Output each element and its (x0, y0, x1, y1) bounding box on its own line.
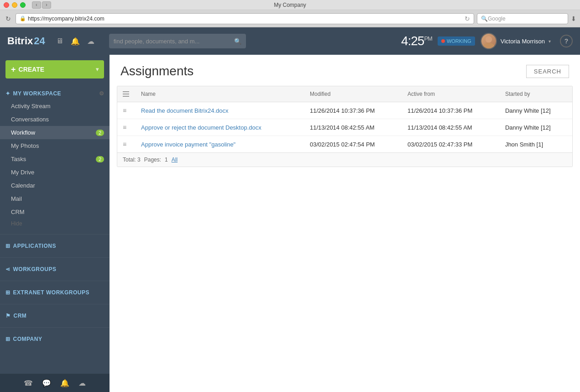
search-input[interactable] (114, 38, 230, 45)
company-section: ⊞ COMPANY (0, 329, 110, 349)
maximize-button[interactable] (20, 2, 26, 8)
sidebar-item-my-photos[interactable]: My Photos (0, 139, 110, 152)
divider-5 (0, 327, 110, 328)
search-icon: 🔍 (234, 38, 241, 45)
sidebar-item-mail[interactable]: Mail (0, 192, 110, 205)
back-button[interactable]: ‹ (32, 1, 41, 9)
crm-label: CRM (11, 209, 25, 215)
content-area: Assignments SEARCH Name (110, 55, 580, 392)
crm-section-header[interactable]: ⚑ CRM (0, 310, 110, 322)
sidebar-item-workflow[interactable]: Workflow 2 (0, 126, 110, 139)
time-section: 4:25PM WORKING Victoria Morrison ▾ ? (401, 33, 573, 49)
extranet-label: EXTRANET WORKGROUPS (13, 289, 90, 296)
applications-header[interactable]: ⊞ APPLICATIONS (0, 240, 110, 252)
window-title: My Company (274, 2, 306, 8)
crm-section: ⚑ CRM (0, 306, 110, 325)
workgroups-header[interactable]: ⋖ WORKGROUPS (0, 263, 110, 275)
footer-all-link[interactable]: All (172, 157, 178, 163)
workgroups-icon: ⋖ (5, 266, 10, 272)
row-name-link[interactable]: Read the document Bitrix24.docx (141, 107, 229, 114)
chat-icon[interactable]: 💬 (42, 379, 51, 387)
logo-24: 24 (34, 35, 45, 47)
phone-icon[interactable]: ☎ (24, 379, 33, 387)
working-label: WORKING (447, 38, 471, 44)
workspace-settings-icon[interactable]: ⚙ (99, 90, 105, 97)
table-row: ≡ Approve or reject the document Desktop… (117, 119, 572, 136)
logo: Bitrix 24 (7, 35, 45, 47)
company-icon: ⊞ (5, 336, 10, 342)
sidebar-item-crm[interactable]: CRM (0, 205, 110, 219)
global-search[interactable]: 🔍 (109, 34, 246, 48)
row-active-from: 11/26/2014 10:37:36 PM (402, 102, 500, 119)
browser-search[interactable]: 🔍 Google (477, 13, 568, 24)
sidebar-spacer (0, 349, 110, 374)
help-button[interactable]: ? (560, 35, 573, 47)
applications-icon: ⊞ (5, 243, 10, 249)
sidebar-item-calendar[interactable]: Calendar (0, 179, 110, 192)
row-menu-icon[interactable]: ≡ (123, 107, 126, 114)
notification-icon[interactable]: 🔔 (60, 379, 69, 387)
cloud-storage-icon[interactable]: ☁ (78, 379, 86, 387)
calendar-label: Calendar (11, 182, 35, 189)
bottom-bar: ☎ 💬 🔔 ☁ (0, 374, 110, 392)
user-section[interactable]: Victoria Morrison ▾ (481, 33, 551, 49)
tasks-label: Tasks (11, 156, 26, 162)
col-modified[interactable]: Modified (304, 86, 402, 102)
app-header: Bitrix 24 🖥 🔔 ☁ 🔍 4:25PM WORKING (0, 27, 580, 55)
row-name-link[interactable]: Approve invoice payment "gasoline" (141, 141, 235, 148)
sidebar-item-my-drive[interactable]: My Drive (0, 166, 110, 179)
working-badge[interactable]: WORKING (438, 37, 475, 46)
my-workspace-icon: ✦ (5, 90, 10, 97)
download-icon[interactable]: ⬇ (571, 15, 576, 22)
col-active-from[interactable]: Active from (402, 86, 500, 102)
row-started-by: Jhon Smith [1] (500, 136, 572, 153)
search-label: Google (488, 16, 506, 22)
monitor-icon[interactable]: 🖥 (56, 37, 63, 46)
cloud-icon[interactable]: ☁ (87, 37, 94, 46)
row-name-link[interactable]: Approve or reject the document Desktop.d… (141, 124, 261, 131)
sidebar-item-tasks[interactable]: Tasks 2 (0, 152, 110, 166)
reload-button[interactable]: ↻ (4, 15, 13, 22)
col-started-by-label: Started by (505, 91, 530, 97)
create-label: CREATE (19, 66, 45, 73)
company-label: COMPANY (13, 336, 42, 342)
minimize-button[interactable] (12, 2, 17, 8)
sidebar-item-conversations[interactable]: Conversations (0, 113, 110, 126)
mail-label: Mail (11, 195, 22, 202)
table-header-row: Name Modified Active from Started by (117, 86, 572, 102)
divider-1 (0, 234, 110, 235)
workgroups-section: ⋖ WORKGROUPS (0, 260, 110, 279)
extranet-header[interactable]: ⊞ EXTRANET WORKGROUPS (0, 287, 110, 298)
user-name: Victoria Morrison (501, 38, 545, 45)
company-header[interactable]: ⊞ COMPANY (0, 333, 110, 345)
crm-section-icon: ⚑ (5, 313, 11, 319)
col-started-by[interactable]: Started by (500, 86, 572, 102)
sort-icon[interactable] (123, 91, 130, 97)
create-button[interactable]: + CREATE ▾ (5, 60, 104, 78)
assignments-table: Name Modified Active from Started by (117, 86, 572, 152)
time-value: 4:25 (401, 34, 424, 48)
divider-2 (0, 257, 110, 258)
row-started-by: Danny White [12] (500, 102, 572, 119)
row-menu-icon[interactable]: ≡ (123, 124, 126, 131)
workflow-label: Workflow (11, 129, 35, 136)
create-arrow-icon: ▾ (96, 66, 99, 73)
hide-link[interactable]: Hide (0, 219, 110, 229)
footer-page-num: 1 (165, 157, 168, 163)
forward-button[interactable]: › (42, 1, 51, 9)
col-name-label: Name (141, 91, 156, 97)
my-drive-label: My Drive (11, 169, 34, 176)
browser-bar: ↻ 🔒 https://mycompany.bitrix24.com ↻ 🔍 G… (0, 10, 580, 27)
create-plus-icon: + (11, 65, 16, 74)
col-name[interactable]: Name (136, 86, 304, 102)
table-row: ≡ Read the document Bitrix24.docx 11/26/… (117, 102, 572, 119)
window-chrome: ‹ › My Company (0, 0, 580, 10)
close-button[interactable] (4, 2, 9, 8)
search-button[interactable]: SEARCH (526, 65, 569, 78)
main-area: + CREATE ▾ ✦ MY WORKSPACE ⚙ Activity Str… (0, 55, 580, 392)
bell-icon[interactable]: 🔔 (71, 37, 80, 46)
row-menu-icon[interactable]: ≡ (123, 141, 126, 148)
tasks-badge: 2 (96, 156, 104, 162)
sidebar-item-activity-stream[interactable]: Activity Stream (0, 99, 110, 113)
url-bar[interactable]: 🔒 https://mycompany.bitrix24.com ↻ (16, 13, 474, 24)
